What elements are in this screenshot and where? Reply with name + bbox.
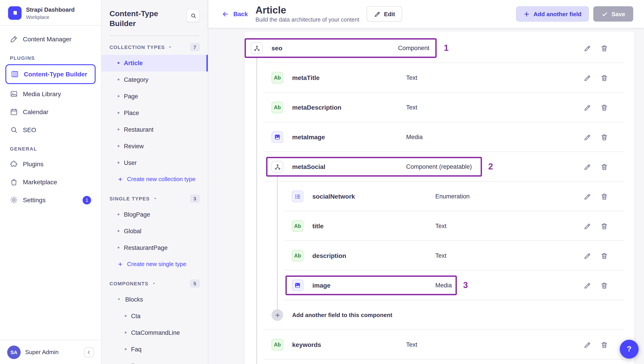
edit-field-button[interactable] [582,340,592,350]
chevron-down-icon [168,45,172,49]
sidebar-item-media-library[interactable]: Media Library [6,85,96,103]
back-button[interactable]: Back [222,10,248,18]
sidebar-item-ctacommandline[interactable]: CtaCommandLine [102,324,208,341]
field-row-title[interactable]: Ab title Text [244,211,634,241]
edit-button[interactable]: Edit [366,6,402,22]
sidebar-item-seo[interactable]: SEO [6,121,96,139]
text-field-icon: Ab [272,72,283,84]
field-row-description[interactable]: Ab description Text [244,241,634,271]
field-name: description [312,252,346,259]
edit-field-button[interactable] [582,192,592,201]
edit-field-button[interactable] [582,251,592,261]
sidebar-item-calendar[interactable]: Calendar [6,103,96,121]
components-header[interactable]: COMPONENTS 5 [102,272,208,291]
edit-field-button[interactable] [582,162,592,172]
delete-field-button[interactable] [599,340,609,350]
delete-field-button[interactable] [599,162,609,172]
component-category-blocks[interactable]: Blocks [102,291,208,308]
delete-field-button[interactable] [599,221,609,231]
sidebar-item-article[interactable]: Article [102,55,208,71]
single-types-header[interactable]: SINGLE TYPES 3 [102,188,208,206]
chevron-down-icon [117,297,121,302]
edit-field-button[interactable] [582,73,592,83]
sidebar-item-marketplace[interactable]: Marketplace [6,173,96,191]
text-field-icon: Ab [292,250,304,262]
settings-notification-badge: 1 [82,196,91,205]
delete-field-button[interactable] [599,280,609,290]
field-row-keywords[interactable]: Ab keywords Text [244,330,634,359]
delete-field-button[interactable] [599,192,609,201]
sidebar-item-review[interactable]: Review [102,138,208,155]
add-field-to-component-row[interactable]: Add another field to this component [244,300,634,330]
sidebar-item-label: Settings [23,197,46,204]
link-label: Create new collection type [127,176,196,183]
delete-field-button[interactable] [599,251,609,261]
edit-field-button[interactable] [582,221,592,231]
field-row-metadescription[interactable]: Ab metaDescription Text [244,93,634,122]
add-another-field-button[interactable]: Add another field [516,6,588,22]
field-row-seo[interactable]: 1 seo Component [244,33,634,63]
field-type: Text [406,341,417,348]
sidebar-item-user[interactable]: User [102,155,208,171]
sidebar-item-label: Marketplace [23,179,57,186]
edit-field-button[interactable] [582,43,592,53]
sidebar-item-restaurantpage[interactable]: RestaurantPage [102,240,208,256]
sidebar-item-features[interactable]: Features [102,358,208,364]
shopping-bag-icon [10,178,18,186]
save-button[interactable]: Save [593,6,633,22]
field-row-metarobots[interactable]: Ab metaRobots Text [244,359,634,364]
sidebar-item-faq[interactable]: Faq [102,341,208,358]
sidebar-item-content-manager[interactable]: Content Manager [6,30,96,48]
plus-circle-icon[interactable] [272,309,283,321]
enumeration-field-icon [292,191,304,202]
strapi-logo-icon [8,6,22,20]
group-label: COLLECTION TYPES [110,45,165,50]
field-row-socialnetwork[interactable]: socialNetwork Enumeration [244,181,634,211]
count-badge: 5 [190,280,200,288]
sidebar-item-page[interactable]: Page [102,88,208,105]
field-row-metaimage[interactable]: metaImage Media [244,122,634,152]
bullet-icon [118,145,120,147]
field-row-metatitle[interactable]: Ab metaTitle Text [244,63,634,93]
sidebar-item-plugins[interactable]: Plugins [6,155,96,173]
edit-field-button[interactable] [582,102,592,112]
create-single-type-link[interactable]: Create new single type [102,256,208,272]
delete-field-button[interactable] [599,73,609,83]
search-button[interactable] [187,9,200,22]
sidebar-item-blogpage[interactable]: BlogPage [102,206,208,223]
fields-card: 1 seo Component Ab metaTitle Text [244,32,634,364]
collection-types-header[interactable]: COLLECTION TYPES 7 [102,36,208,55]
bullet-icon [118,112,120,114]
add-field-label: Add another field to this component [292,312,392,318]
sidebar-item-restaurant[interactable]: Restaurant [102,121,208,138]
create-collection-type-link[interactable]: Create new collection type [102,171,208,188]
main-sidebar: Strapi Dashboard Workplace Content Manag… [0,0,102,364]
field-type: Enumeration [435,193,470,200]
collapse-sidebar-button[interactable] [84,347,94,357]
item-label: CtaCommandLine [131,329,180,336]
sidebar-item-cta[interactable]: Cta [102,308,208,324]
text-field-icon: Ab [272,102,283,113]
sidebar-item-settings[interactable]: Settings 1 [6,191,96,209]
avatar[interactable]: SA [7,345,21,359]
item-label: Faq [131,346,142,353]
sidebar-item-global[interactable]: Global [102,223,208,240]
edit-field-button[interactable] [582,132,592,142]
bullet-icon [125,315,126,317]
sidebar-item-category[interactable]: Category [102,71,208,88]
delete-field-button[interactable] [599,43,609,53]
app-title: Strapi Dashboard [26,6,75,14]
delete-field-button[interactable] [599,102,609,112]
arrow-left-icon [222,10,229,18]
app: Strapi Dashboard Workplace Content Manag… [0,0,644,364]
sidebar-item-place[interactable]: Place [102,105,208,121]
field-row-metasocial[interactable]: 2 metaSocial Component (repeatable) [244,152,634,181]
bullet-icon [118,95,120,97]
help-button[interactable]: ? [620,340,638,358]
field-row-image[interactable]: 3 image Media [244,271,634,300]
sidebar-item-content-type-builder[interactable]: Content-Type Builder [6,65,96,84]
delete-field-button[interactable] [599,132,609,142]
edit-field-button[interactable] [582,280,592,290]
bullet-icon [118,162,120,164]
add-field-label: Add another field [534,11,582,17]
